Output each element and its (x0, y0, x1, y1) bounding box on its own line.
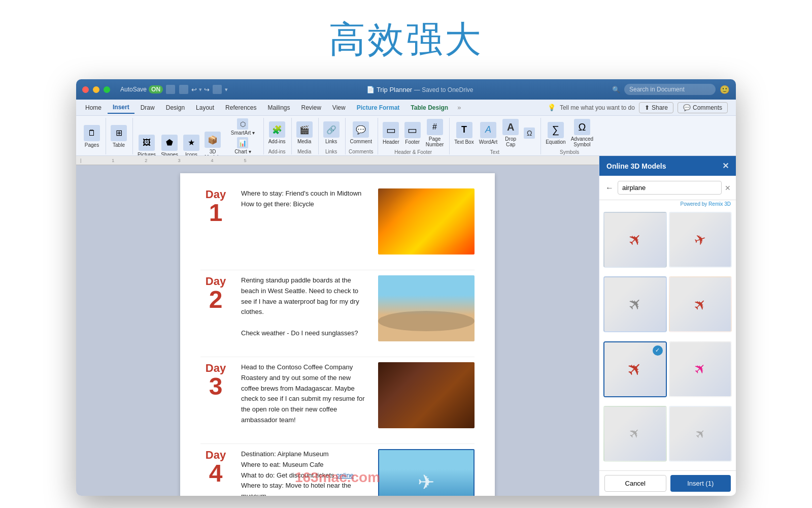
advanced-symbol-button[interactable]: Ω AdvancedSymbol (569, 118, 595, 148)
tab-picture-format[interactable]: Picture Format (352, 102, 405, 113)
pages-button[interactable]: 🗒 Pages (82, 124, 101, 149)
more-icon[interactable]: ▾ (225, 86, 228, 93)
tab-review[interactable]: Review (296, 102, 326, 113)
table-icon: ⊞ (111, 125, 127, 141)
day-2-text: Renting standup paddle boards at the bea… (241, 275, 368, 339)
minimize-button[interactable] (93, 86, 99, 93)
addins-button[interactable]: 🧩 Add-ins (267, 120, 287, 145)
header-button[interactable]: ▭ Header (381, 121, 401, 146)
model-item-4[interactable]: ✈ (669, 276, 732, 332)
page-headline: 高效强大 (329, 15, 483, 64)
ribbon-right-actions: 💡 Tell me what you want to do ⬆ Share 💬 … (548, 102, 732, 113)
model-3-preview: ✈ (604, 277, 666, 331)
comments-button[interactable]: 💬 Comments (678, 102, 728, 113)
model-item-6[interactable]: ✈ (669, 341, 732, 397)
autosave-label: AutoSave (120, 86, 147, 93)
panel-header: Online 3D Models ✕ (599, 156, 736, 176)
shapes-button[interactable]: ⬟ Shapes (159, 134, 180, 156)
tab-view[interactable]: View (327, 102, 351, 113)
equation-button[interactable]: ∑ Equation (544, 121, 567, 146)
emoji-icon[interactable]: 🙂 (720, 85, 730, 94)
pictures-button[interactable]: 🖼 Pictures (136, 134, 157, 156)
tab-draw[interactable]: Draw (136, 102, 160, 113)
3d-models-button[interactable]: 📦 3DModels (203, 131, 222, 155)
links-button[interactable]: 🔗 Links (322, 120, 341, 145)
addins-label: Add-ins (268, 139, 286, 144)
search-in-document-input[interactable] (624, 84, 716, 95)
chart-button[interactable]: 📊 Chart ▾ (226, 137, 259, 155)
maximize-button[interactable] (104, 86, 110, 93)
pictures-icon: 🖼 (139, 135, 155, 151)
undo-icon[interactable]: ↩ (191, 86, 197, 93)
panel-back-button[interactable]: ← (604, 182, 615, 194)
share-button[interactable]: ⬆ Share (639, 102, 673, 113)
toolbar-icon-3[interactable] (213, 85, 222, 94)
document-title: 📄 (366, 86, 376, 93)
model-item-8[interactable]: ✈ (669, 406, 732, 462)
wordart-button[interactable]: A WordArt (478, 121, 499, 146)
smartart-button[interactable]: ⬡ SmartArt ▾ (226, 118, 259, 136)
remix-3d-link[interactable]: Remix 3D (708, 201, 731, 207)
day-3-num: 3 (200, 374, 231, 399)
media-button[interactable]: 🎬 Media (295, 120, 314, 145)
comment-label: Comment (350, 139, 372, 144)
panel-cancel-button[interactable]: Cancel (604, 475, 666, 492)
panel-search-input[interactable] (618, 181, 722, 195)
tab-layout[interactable]: Layout (191, 102, 219, 113)
ribbon-tab-bar: Home Insert Draw Design Layout Reference… (76, 100, 736, 116)
model-item-3[interactable]: ✈ (603, 276, 667, 332)
tab-table-design[interactable]: Table Design (405, 102, 453, 113)
autosave-toggle[interactable]: ON (149, 85, 163, 93)
day-1-label: Day 1 (200, 188, 231, 225)
day-2-label: Day 2 (200, 275, 231, 312)
day-2-line-1: Renting standup paddle boards at the bea… (241, 275, 368, 318)
day-3-text: Head to the Contoso Coffee Company Roast… (241, 362, 368, 426)
model-item-7[interactable]: ✈ (603, 406, 667, 462)
day-4-line-3: What to do: Get discount tickets online (241, 470, 368, 481)
tab-insert[interactable]: Insert (108, 102, 134, 114)
document-name: Trip Planner (377, 86, 412, 93)
icons-label: Icons (185, 152, 197, 156)
symbol-dropdown[interactable]: Ω (522, 127, 536, 139)
3d-models-label: 3DModels (205, 149, 221, 155)
text-box-button[interactable]: T Text Box (453, 121, 475, 146)
lightbulb-icon: 💡 (548, 104, 556, 111)
model-item-1[interactable]: ✈ (603, 212, 667, 268)
table-label: Table (113, 142, 125, 148)
footer-button[interactable]: ▭ Footer (403, 121, 422, 146)
more-tabs-icon[interactable]: » (454, 104, 464, 111)
page-number-button[interactable]: # PageNumber (424, 118, 446, 148)
tab-design[interactable]: Design (161, 102, 190, 113)
model-item-5[interactable]: ✈ ✓ (603, 341, 667, 397)
panel-close-button[interactable]: ✕ (722, 161, 729, 171)
share-icon: ⬆ (645, 104, 650, 111)
symbols-group-label: Symbols (560, 149, 579, 155)
title-bar-right: 🔍 🙂 (612, 84, 730, 95)
icons-button[interactable]: ★ Icons (182, 134, 201, 156)
page-number-icon: # (427, 119, 443, 135)
tab-home[interactable]: Home (80, 102, 107, 113)
tab-references[interactable]: References (220, 102, 261, 113)
day-4-entry: Day 4 Destination: Airplane Museum Where… (200, 449, 475, 496)
advanced-symbol-label: AdvancedSymbol (571, 136, 593, 147)
drop-cap-button[interactable]: A DropCap (501, 118, 520, 148)
table-button[interactable]: ⊞ Table (109, 124, 128, 149)
comment-button[interactable]: 💬 Comment (349, 120, 374, 145)
close-button[interactable] (82, 86, 89, 93)
ribbon-group-pages: 🗒 Pages (80, 118, 106, 154)
panel-search-clear-button[interactable]: ✕ (725, 184, 731, 192)
model-item-2[interactable]: ✈ (669, 212, 732, 268)
tab-mailings[interactable]: Mailings (262, 102, 295, 113)
toolbar-icon-2[interactable] (179, 85, 188, 94)
toolbar-icon-1[interactable] (166, 85, 175, 94)
addins-group-label: Add-ins (268, 149, 286, 154)
day-2-entry: Day 2 Renting standup paddle boards at t… (200, 275, 475, 341)
model-1-preview: ✈ (604, 213, 666, 267)
models-grid: ✈ ✈ ✈ ✈ (599, 210, 736, 470)
plane-7-icon: ✈ (626, 424, 645, 443)
tell-me-text[interactable]: Tell me what you want to do (560, 104, 635, 111)
panel-insert-button[interactable]: Insert (1) (670, 475, 731, 492)
redo-icon[interactable]: ↪ (204, 86, 210, 93)
day-1-image (378, 188, 475, 255)
ruler: | 1 2 3 4 5 (76, 156, 599, 165)
